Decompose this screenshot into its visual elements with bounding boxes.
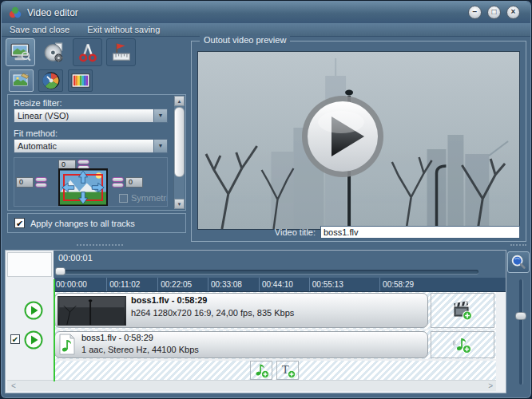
monitor-icon: [10, 42, 32, 63]
cut-button[interactable]: [73, 38, 102, 66]
output-preview-group: Outout video preview: [191, 41, 526, 242]
audio-track-checkbox[interactable]: ✔: [10, 334, 20, 344]
settings-scrollbar[interactable]: ▲ ▼: [173, 96, 185, 209]
crop-right-down-button[interactable]: [112, 183, 124, 188]
timeline-header: 00:00:01: [54, 251, 506, 278]
timeline-zoom-thumb[interactable]: [515, 312, 526, 320]
add-audio-effect-icon: [453, 335, 472, 354]
resize-filter-label: Resize filter:: [14, 98, 62, 108]
timeline-ruler[interactable]: 00:00:0000:11:0200:22:0500:33:0800:44:10…: [54, 278, 506, 292]
app-icon: [9, 6, 22, 19]
menu-exit-without-saving[interactable]: Exit without saving: [87, 25, 160, 34]
add-text-track-button[interactable]: T: [276, 361, 299, 380]
ruler-tick: 00:58:29: [379, 278, 414, 291]
video-clip-info: h264 1280x720 16:9, 24,00 fps, 835 Kbps: [131, 308, 294, 318]
title-bar[interactable]: Video editor − □ ×: [2, 2, 530, 23]
play-button[interactable]: [299, 93, 387, 180]
output-settings-button[interactable]: [6, 38, 35, 66]
video-effect-cell[interactable]: [431, 293, 494, 328]
resize-filter-select[interactable]: Linear (VSO) ▼: [14, 109, 168, 123]
splitter-grip[interactable]: [510, 244, 526, 248]
crop-top-up-button[interactable]: [77, 160, 89, 164]
crop-panel: 0 0 0 0: [14, 157, 168, 207]
crop-left-spinner: 0: [16, 177, 47, 188]
video-title-input[interactable]: [320, 226, 520, 239]
timeline-zoom-slider[interactable]: [519, 279, 523, 385]
left-panel-tabs: [9, 69, 93, 92]
ruler-tick: 00:00:00: [54, 278, 87, 291]
crop-right-up-button[interactable]: [112, 177, 124, 182]
fit-method-select[interactable]: Automatic ▼: [14, 139, 168, 153]
playhead-line[interactable]: [54, 279, 55, 381]
video-clip-title: boss1.flv - 0:58:29: [131, 295, 207, 305]
scissors-icon: [77, 41, 99, 64]
timeline-panel: 00:00:01 00:00:0000:11:0200:22:0500:33:0…: [5, 250, 506, 393]
scroll-down-button[interactable]: ▼: [174, 199, 185, 209]
minimize-button[interactable]: −: [468, 6, 482, 19]
disc-icon: [43, 41, 66, 64]
scroll-left-arrow[interactable]: <: [11, 381, 16, 390]
settings-scroll-panel: Resize filter: Linear (VSO) ▼ Fit method…: [7, 94, 186, 211]
video-track-row: boss1.flv - 0:58:29 h264 1280x720 16:9, …: [54, 292, 496, 329]
play-audio-track-button[interactable]: [24, 330, 43, 350]
menu-save-and-close[interactable]: Save and close: [10, 25, 69, 34]
tab-colors[interactable]: [68, 69, 93, 92]
tab-image-settings[interactable]: [9, 69, 34, 92]
crop-left-up-button[interactable]: [35, 177, 47, 182]
video-clip[interactable]: boss1.flv - 0:58:29 h264 1280x720 16:9, …: [54, 293, 428, 328]
splitter-grip[interactable]: [77, 244, 123, 248]
ruler-tick: 00:22:05: [157, 278, 192, 291]
chevron-down-icon[interactable]: ▼: [153, 140, 167, 152]
empty-track-row: T: [54, 361, 496, 380]
scroll-right-arrow[interactable]: >: [488, 381, 493, 390]
ruler-tick: 00:55:13: [309, 278, 343, 291]
crop-left-value[interactable]: 0: [16, 177, 34, 188]
apply-changes-checkbox[interactable]: ✔: [14, 218, 25, 228]
tab-speed[interactable]: [38, 69, 63, 92]
markers-button[interactable]: [106, 38, 136, 66]
burn-disc-button[interactable]: [39, 38, 69, 66]
scroll-up-button[interactable]: ▲: [174, 96, 185, 106]
flag-ruler-icon: [109, 41, 133, 64]
window-frame: Video editor − □ × Save and close Exit w…: [0, 0, 532, 399]
ruler-tick: 00:44:10: [259, 278, 293, 291]
image-edit-icon: [12, 72, 31, 89]
crop-right-spinner: 0: [112, 177, 143, 188]
zoom-timeline-button[interactable]: [507, 251, 530, 273]
timeline-hscroll[interactable]: < >: [7, 380, 496, 391]
audio-track-row: boss1.flv - 0:58:29 1 aac, Stereo Hz, 44…: [54, 330, 496, 359]
chevron-down-icon[interactable]: ▼: [153, 109, 167, 122]
video-title-row: Video title:: [192, 225, 520, 239]
seek-slider-thumb[interactable]: [55, 267, 66, 275]
audio-clip[interactable]: boss1.flv - 0:58:29 1 aac, Stereo Hz, 44…: [54, 331, 428, 358]
scrollbar-thumb[interactable]: [174, 107, 185, 177]
preview-group-label: Outout video preview: [200, 35, 290, 45]
play-video-track-button[interactable]: [24, 301, 43, 320]
apply-changes-label: Apply changes to all tracks: [30, 219, 135, 228]
window-title: Video editor: [27, 7, 78, 18]
maximize-button[interactable]: □: [487, 6, 501, 19]
move-arrows-icon: [60, 170, 106, 205]
seek-slider[interactable]: [57, 270, 478, 274]
audio-effect-cell[interactable]: [431, 331, 494, 358]
audio-clip-info: 1 aac, Stereo Hz, 44100 Kbps: [81, 345, 199, 354]
add-audio-icon: [252, 361, 270, 379]
current-time: 00:00:01: [58, 253, 93, 263]
symmetric-label: Symmetric: [131, 193, 168, 203]
close-button[interactable]: ×: [506, 6, 520, 19]
symmetric-checkbox[interactable]: [119, 194, 128, 203]
video-preview[interactable]: [197, 51, 520, 230]
video-editor-window: Video editor − □ × Save and close Exit w…: [0, 0, 532, 399]
crop-preview-image[interactable]: [58, 168, 108, 207]
crop-right-value[interactable]: 0: [125, 177, 143, 188]
resize-filter-value: Linear (VSO): [18, 111, 69, 120]
ruler-tick: 00:11:02: [106, 278, 140, 291]
toolbar: [6, 38, 136, 66]
ruler-tick: 00:33:08: [208, 278, 242, 291]
foggy-scene-mini: [58, 297, 125, 325]
add-audio-track-button[interactable]: [250, 361, 272, 380]
apply-changes-row: ✔ Apply changes to all tracks: [7, 213, 186, 233]
symmetric-option: Symmetric: [119, 193, 168, 203]
audio-note-icon: [58, 334, 77, 356]
crop-left-down-button[interactable]: [35, 183, 47, 188]
